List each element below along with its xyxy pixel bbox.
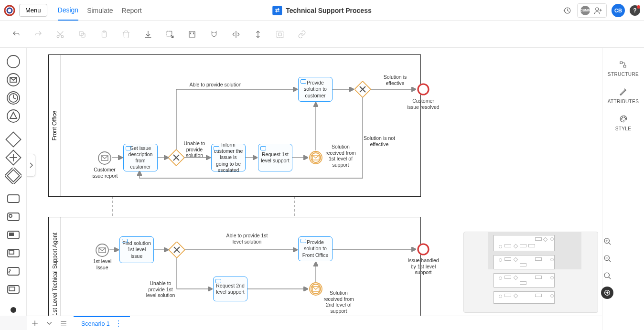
palette-send-task[interactable] — [5, 227, 21, 243]
svg-line-103 — [609, 277, 611, 279]
menu-button[interactable]: Menu — [19, 4, 47, 17]
svg-point-40 — [9, 214, 12, 217]
help-icon[interactable]: ? — [630, 5, 640, 16]
svg-point-23 — [7, 55, 20, 68]
edit-toolbar — [0, 21, 644, 48]
align-icon[interactable] — [187, 30, 197, 39]
zoom-out-icon[interactable] — [601, 252, 613, 265]
add-scenario-button[interactable] — [31, 319, 39, 328]
process-title-text: Technical Support Process — [286, 7, 371, 14]
svg-marker-105 — [605, 291, 609, 295]
tab-design[interactable]: Design — [58, 0, 79, 21]
palette-receive-task[interactable] — [5, 245, 21, 261]
undo-icon[interactable] — [11, 30, 21, 39]
svg-point-54 — [625, 118, 626, 119]
scenario-dropdown-icon[interactable] — [45, 319, 54, 328]
redo-icon[interactable] — [33, 30, 43, 39]
header-right-controls: CBMM CB ? — [562, 3, 640, 18]
svg-point-51 — [621, 118, 622, 119]
bottom-bar: Scenario 1 ⋮ — [27, 316, 602, 330]
scenario-tab-label: Scenario 1 — [81, 320, 110, 327]
svg-rect-22 — [279, 33, 281, 36]
palette-parallel-gateway[interactable] — [5, 149, 21, 166]
svg-point-48 — [11, 307, 16, 313]
svg-point-53 — [624, 117, 625, 117]
distribute-h-icon[interactable] — [231, 30, 241, 39]
toggle-minimap-icon[interactable] — [601, 287, 613, 299]
svg-marker-31 — [10, 112, 17, 118]
panel-style-label: STYLE — [615, 126, 632, 131]
svg-rect-44 — [9, 251, 14, 254]
palette-script-task[interactable] — [5, 263, 21, 279]
zoom-fit-icon[interactable] — [601, 269, 613, 282]
minimap-pool-2 — [494, 255, 555, 269]
process-title: ⇄ Technical Support Process — [272, 6, 371, 15]
topbar: Menu Design Simulate Report ⇄ Technical … — [0, 0, 644, 21]
minimap-controls — [600, 235, 615, 299]
palette-timer-event[interactable] — [5, 90, 21, 106]
panel-attributes-label: ATTRIBUTES — [608, 99, 639, 104]
expand-palette-handle[interactable] — [27, 154, 35, 177]
palette-start-event[interactable] — [5, 53, 21, 70]
minimap-pool-1 — [494, 235, 555, 251]
minimap-pool-4 — [494, 291, 555, 304]
svg-point-1 — [7, 8, 12, 13]
shape-palette — [0, 48, 27, 316]
palette-service-task[interactable] — [5, 209, 21, 225]
scenario-tab-menu-icon[interactable]: ⋮ — [115, 319, 122, 328]
panel-attributes[interactable]: ATTRIBUTES — [608, 87, 639, 104]
tab-simulate[interactable]: Simulate — [87, 0, 113, 21]
link-icon[interactable] — [297, 30, 307, 39]
svg-rect-50 — [624, 65, 626, 68]
cut-icon[interactable] — [55, 30, 65, 39]
svg-line-96 — [609, 243, 611, 245]
process-type-icon: ⇄ — [272, 6, 282, 15]
pool-front-office[interactable]: Front Office Customer issue report Get i… — [48, 54, 421, 197]
scenario-tab-1[interactable]: Scenario 1 ⋮ — [74, 316, 130, 330]
svg-rect-49 — [620, 62, 623, 64]
panel-structure-label: STRUCTURE — [608, 72, 639, 77]
palette-signal-event[interactable] — [5, 108, 21, 124]
palette-call-activity[interactable] — [5, 281, 21, 298]
tab-report[interactable]: Report — [122, 0, 142, 21]
minimap-pool-3 — [494, 273, 555, 287]
select-box-icon[interactable] — [165, 30, 175, 39]
palette-message-start-event[interactable] — [5, 72, 21, 88]
panel-structure[interactable]: STRUCTURE — [608, 60, 639, 77]
svg-point-52 — [622, 117, 623, 117]
download-icon[interactable] — [143, 30, 153, 39]
svg-point-0 — [5, 6, 14, 15]
palette-task[interactable] — [5, 191, 21, 207]
palette-exclusive-gateway[interactable] — [5, 131, 21, 148]
svg-line-29 — [13, 98, 16, 99]
mode-tabs: Design Simulate Report — [58, 0, 142, 21]
svg-line-100 — [609, 260, 611, 262]
group-icon[interactable] — [275, 30, 285, 39]
svg-rect-16 — [189, 32, 195, 37]
minimap[interactable] — [463, 232, 598, 313]
copy-icon[interactable] — [77, 30, 87, 39]
scenario-list-icon[interactable] — [59, 319, 68, 328]
pool-l1-agent[interactable]: 1st Level Techical Support Agent 1st lev… — [48, 217, 421, 316]
distribute-v-icon[interactable] — [253, 30, 263, 39]
add-user-icon — [593, 5, 603, 16]
svg-rect-21 — [277, 31, 283, 38]
svg-rect-47 — [9, 287, 15, 291]
user-avatar[interactable]: CB — [612, 4, 625, 17]
paste-icon[interactable] — [99, 30, 109, 39]
palette-collapsed-subprocess[interactable] — [5, 299, 21, 316]
history-icon[interactable] — [562, 5, 572, 16]
collaboration-box[interactable]: CBMM — [577, 3, 607, 18]
palette-complex-gateway[interactable] — [5, 168, 21, 184]
magnet-icon[interactable] — [209, 30, 219, 39]
svg-rect-38 — [8, 195, 19, 202]
svg-rect-32 — [6, 132, 21, 147]
svg-rect-42 — [9, 233, 14, 236]
panel-style[interactable]: STYLE — [615, 115, 632, 131]
app-logo — [4, 5, 15, 16]
zoom-in-icon[interactable] — [601, 235, 613, 247]
cbmm-badge-icon: CBMM — [580, 6, 590, 15]
delete-icon[interactable] — [121, 30, 131, 39]
svg-point-3 — [596, 8, 599, 11]
